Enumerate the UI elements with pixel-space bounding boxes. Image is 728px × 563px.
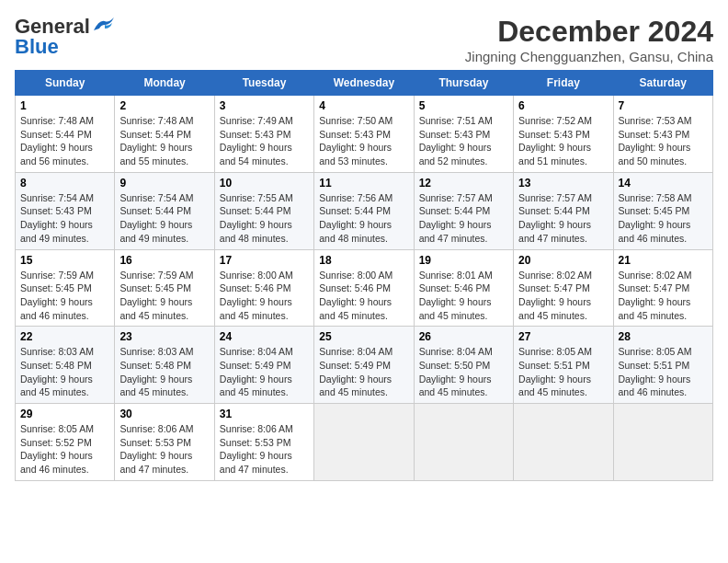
day-number: 5 [419,99,508,112]
logo-text-blue: Blue [15,35,59,59]
day-number: 22 [20,330,109,343]
calendar-body: 1 Sunrise: 7:48 AMSunset: 5:44 PMDayligh… [16,96,713,481]
day-number: 15 [20,254,109,267]
day-number: 19 [419,254,508,267]
day-info: Sunrise: 8:04 AMSunset: 5:49 PMDaylight:… [220,346,293,397]
day-number: 25 [319,330,408,343]
calendar-day-cell: 20 Sunrise: 8:02 AMSunset: 5:47 PMDaylig… [514,249,613,327]
day-info: Sunrise: 8:05 AMSunset: 5:51 PMDaylight:… [518,346,592,397]
calendar-day-cell: 30 Sunrise: 8:06 AMSunset: 5:53 PMDaylig… [115,404,214,481]
calendar-day-cell: 7 Sunrise: 7:53 AMSunset: 5:43 PMDayligh… [613,96,712,173]
calendar-header-row: SundayMondayTuesdayWednesdayThursdayFrid… [16,71,713,96]
calendar-day-cell: 16 Sunrise: 7:59 AMSunset: 5:45 PMDaylig… [115,249,214,327]
calendar-day-cell: 15 Sunrise: 7:59 AMSunset: 5:45 PMDaylig… [16,249,115,327]
day-number: 30 [119,408,209,420]
title-block: December 2024 Jingning Chengguanzhen, Ga… [465,15,713,64]
day-info: Sunrise: 7:54 AMSunset: 5:44 PMDaylight:… [119,192,193,244]
day-info: Sunrise: 8:05 AMSunset: 5:51 PMDaylight:… [619,346,692,397]
day-info: Sunrise: 8:00 AMSunset: 5:46 PMDaylight:… [220,270,293,321]
day-info: Sunrise: 7:52 AMSunset: 5:43 PMDaylight:… [518,115,592,167]
calendar-day-cell: 3 Sunrise: 7:49 AMSunset: 5:43 PMDayligh… [214,96,313,173]
day-number: 28 [619,330,708,343]
weekday-header: Tuesday [214,71,313,96]
day-info: Sunrise: 7:48 AMSunset: 5:44 PMDaylight:… [119,115,193,167]
calendar-day-cell: 29 Sunrise: 8:05 AMSunset: 5:52 PMDaylig… [16,404,115,481]
calendar-day-cell: 28 Sunrise: 8:05 AMSunset: 5:51 PMDaylig… [613,327,712,404]
weekday-header: Wednesday [314,71,414,96]
day-info: Sunrise: 8:05 AMSunset: 5:52 PMDaylight:… [20,423,94,475]
day-number: 18 [319,254,408,267]
day-info: Sunrise: 8:06 AMSunset: 5:53 PMDaylight:… [119,423,193,475]
calendar-day-cell: 6 Sunrise: 7:52 AMSunset: 5:43 PMDayligh… [514,96,613,173]
calendar-day-cell: 2 Sunrise: 7:48 AMSunset: 5:44 PMDayligh… [115,96,214,173]
day-number: 12 [419,177,508,190]
day-number: 3 [220,99,309,112]
day-info: Sunrise: 7:49 AMSunset: 5:43 PMDaylight:… [220,115,293,167]
day-info: Sunrise: 7:57 AMSunset: 5:44 PMDaylight:… [518,192,592,244]
weekday-header: Saturday [613,71,712,96]
day-info: Sunrise: 7:56 AMSunset: 5:44 PMDaylight:… [319,192,392,244]
calendar-day-cell: 12 Sunrise: 7:57 AMSunset: 5:44 PMDaylig… [414,172,513,249]
logo-bird-icon [92,16,118,34]
calendar-week-row: 8 Sunrise: 7:54 AMSunset: 5:43 PMDayligh… [16,172,713,249]
calendar-day-cell: 13 Sunrise: 7:57 AMSunset: 5:44 PMDaylig… [514,172,613,249]
day-number: 11 [319,177,408,190]
day-info: Sunrise: 8:03 AMSunset: 5:48 PMDaylight:… [119,346,193,397]
calendar-day-cell: 1 Sunrise: 7:48 AMSunset: 5:44 PMDayligh… [16,96,115,173]
day-number: 31 [220,408,309,420]
weekday-header: Sunday [16,71,115,96]
day-number: 10 [220,177,309,190]
day-info: Sunrise: 7:53 AMSunset: 5:43 PMDaylight:… [619,115,692,167]
calendar-week-row: 22 Sunrise: 8:03 AMSunset: 5:48 PMDaylig… [16,327,713,404]
calendar-day-cell: 9 Sunrise: 7:54 AMSunset: 5:44 PMDayligh… [115,172,214,249]
calendar-day-cell: 5 Sunrise: 7:51 AMSunset: 5:43 PMDayligh… [414,96,513,173]
day-number: 17 [220,254,309,267]
calendar-day-cell: 18 Sunrise: 8:00 AMSunset: 5:46 PMDaylig… [314,249,414,327]
day-number: 20 [518,254,608,267]
calendar-week-row: 29 Sunrise: 8:05 AMSunset: 5:52 PMDaylig… [16,404,713,481]
day-info: Sunrise: 8:04 AMSunset: 5:50 PMDaylight:… [419,346,493,397]
day-number: 8 [20,177,109,190]
day-number: 7 [619,99,708,112]
calendar-day-cell: 31 Sunrise: 8:06 AMSunset: 5:53 PMDaylig… [214,404,313,481]
calendar-day-cell: 23 Sunrise: 8:03 AMSunset: 5:48 PMDaylig… [115,327,214,404]
calendar-day-cell: 11 Sunrise: 7:56 AMSunset: 5:44 PMDaylig… [314,172,414,249]
day-info: Sunrise: 7:55 AMSunset: 5:44 PMDaylight:… [220,192,293,244]
calendar-day-cell [314,404,414,481]
day-info: Sunrise: 8:03 AMSunset: 5:48 PMDaylight:… [20,346,94,397]
logo: General Blue [15,15,118,59]
calendar-day-cell [613,404,712,481]
calendar-day-cell: 26 Sunrise: 8:04 AMSunset: 5:50 PMDaylig… [414,327,513,404]
day-info: Sunrise: 8:01 AMSunset: 5:46 PMDaylight:… [419,270,493,321]
calendar-day-cell: 19 Sunrise: 8:01 AMSunset: 5:46 PMDaylig… [414,249,513,327]
calendar-subtitle: Jingning Chengguanzhen, Gansu, China [465,49,713,64]
day-number: 1 [20,99,109,112]
calendar-day-cell: 21 Sunrise: 8:02 AMSunset: 5:47 PMDaylig… [613,249,712,327]
calendar-day-cell: 8 Sunrise: 7:54 AMSunset: 5:43 PMDayligh… [16,172,115,249]
page-header: General Blue December 2024 Jingning Chen… [15,15,713,64]
calendar-day-cell: 14 Sunrise: 7:58 AMSunset: 5:45 PMDaylig… [613,172,712,249]
day-info: Sunrise: 8:02 AMSunset: 5:47 PMDaylight:… [619,270,692,321]
calendar-table: SundayMondayTuesdayWednesdayThursdayFrid… [15,70,713,481]
calendar-day-cell: 27 Sunrise: 8:05 AMSunset: 5:51 PMDaylig… [514,327,613,404]
day-info: Sunrise: 7:54 AMSunset: 5:43 PMDaylight:… [20,192,94,244]
day-number: 26 [419,330,508,343]
calendar-day-cell: 17 Sunrise: 8:00 AMSunset: 5:46 PMDaylig… [214,249,313,327]
day-number: 13 [518,177,608,190]
day-info: Sunrise: 8:00 AMSunset: 5:46 PMDaylight:… [319,270,392,321]
day-number: 27 [518,330,608,343]
calendar-day-cell: 10 Sunrise: 7:55 AMSunset: 5:44 PMDaylig… [214,172,313,249]
calendar-day-cell: 25 Sunrise: 8:04 AMSunset: 5:49 PMDaylig… [314,327,414,404]
day-info: Sunrise: 8:02 AMSunset: 5:47 PMDaylight:… [518,270,592,321]
day-number: 29 [20,408,109,420]
day-info: Sunrise: 8:06 AMSunset: 5:53 PMDaylight:… [220,423,293,475]
day-info: Sunrise: 7:59 AMSunset: 5:45 PMDaylight:… [119,270,193,321]
calendar-day-cell: 4 Sunrise: 7:50 AMSunset: 5:43 PMDayligh… [314,96,414,173]
weekday-header: Thursday [414,71,513,96]
day-number: 23 [119,330,209,343]
calendar-day-cell [514,404,613,481]
calendar-week-row: 15 Sunrise: 7:59 AMSunset: 5:45 PMDaylig… [16,249,713,327]
day-info: Sunrise: 7:57 AMSunset: 5:44 PMDaylight:… [419,192,493,244]
day-number: 4 [319,99,408,112]
day-number: 14 [619,177,708,190]
